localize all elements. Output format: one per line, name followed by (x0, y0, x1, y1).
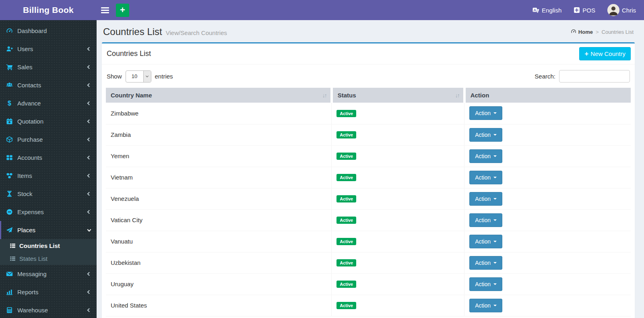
table-row: Vietnam Active Action (106, 167, 631, 188)
new-country-button[interactable]: + New Country (579, 47, 631, 60)
action-dropdown-button[interactable]: Action (469, 106, 502, 120)
table-row: Venezuela Active Action (106, 188, 631, 209)
caret-down-icon (493, 198, 497, 200)
sidebar-item-messaging[interactable]: Messaging (0, 265, 97, 283)
sidebar-item-accounts[interactable]: Accounts (0, 149, 97, 167)
sidebar-item-advance[interactable]: $ Advance (0, 94, 97, 112)
home-gauge-icon (571, 29, 576, 35)
sidebar-item-sales[interactable]: Sales (0, 58, 97, 76)
sidebar-item-reports[interactable]: Reports (0, 283, 97, 301)
sidebar-item-items[interactable]: Items (0, 167, 97, 185)
sidebar-item-dashboard[interactable]: Dashboard (0, 22, 97, 40)
caret-down-icon (493, 241, 497, 242)
action-dropdown-button[interactable]: Action (469, 171, 502, 184)
caret-down-icon (493, 177, 497, 178)
status-badge: Active (336, 153, 356, 160)
caret-down-icon (493, 262, 497, 264)
chevron-left-icon (87, 65, 91, 69)
search-input[interactable] (559, 70, 630, 83)
page-length-control: Show 10 entries (107, 70, 173, 83)
sidebar-item-warehouse[interactable]: Warehouse (0, 301, 97, 318)
sidebar: Dashboard Users Sales Contacts $ Advance… (0, 20, 97, 318)
action-dropdown-button[interactable]: Action (469, 256, 502, 270)
status-badge: Active (336, 131, 356, 138)
page-title: Countries List View/Search Countries (103, 26, 227, 37)
chevron-left-icon (87, 192, 91, 196)
svg-text:A: A (534, 8, 537, 12)
user-menu[interactable]: Chris (607, 4, 636, 16)
column-header-action: Action (464, 88, 631, 103)
status-badge: Active (336, 195, 356, 202)
chevron-left-icon (87, 47, 91, 51)
envelope-icon (6, 271, 13, 277)
panel-title: Countries List (107, 50, 151, 58)
hourglass-icon (6, 190, 13, 197)
sidebar-subitem-countries-list[interactable]: Countries List (0, 239, 97, 252)
status-badge: Active (336, 238, 356, 245)
places-submenu: Countries List States List (0, 239, 97, 265)
caret-down-icon (493, 219, 497, 221)
status-badge: Active (336, 174, 356, 181)
status-badge: Active (336, 110, 356, 117)
chevron-down-icon (87, 227, 91, 231)
status-badge: Active (336, 281, 356, 288)
column-header-status[interactable]: Status ↓↑ (332, 88, 464, 103)
action-dropdown-button[interactable]: Action (469, 235, 502, 248)
chevron-left-icon (87, 120, 91, 124)
hamburger-menu-icon[interactable] (101, 7, 109, 13)
country-name-cell: Vanuatu (106, 231, 332, 252)
countries-panel: Countries List + New Country Show 10 ent… (102, 42, 635, 318)
sidebar-item-users[interactable]: Users (0, 40, 97, 58)
breadcrumb-home-link[interactable]: Home (571, 29, 593, 35)
sidebar-item-quotation[interactable]: Quotation (0, 112, 97, 130)
country-name-cell: Vatican City (106, 209, 332, 231)
chevron-left-icon (87, 272, 91, 276)
language-menu[interactable]: A English (533, 7, 561, 14)
avatar (607, 4, 619, 16)
brand-logo[interactable]: Billing Book (0, 0, 97, 20)
country-name-cell: Vietnam (106, 167, 332, 188)
plus-square-icon (574, 7, 580, 13)
table-row: Uruguay Active Action (106, 273, 631, 295)
action-dropdown-button[interactable]: Action (469, 128, 502, 142)
column-header-country-name[interactable]: Country Name ↓↑ (106, 88, 332, 103)
breadcrumb: Home > Countries List (571, 29, 634, 35)
breadcrumb-current: Countries List (602, 29, 634, 35)
country-name-cell: Uzbekistan (106, 252, 332, 273)
pos-menu[interactable]: POS (574, 7, 595, 14)
grid-icon (6, 154, 13, 161)
country-name-cell: Venezuela (106, 188, 332, 209)
svg-text:$: $ (8, 100, 11, 107)
cubes-icon (6, 172, 13, 179)
table-row: United States Active Action (106, 295, 631, 316)
chevron-left-icon (87, 210, 91, 214)
sort-icon[interactable]: ↓↑ (322, 92, 326, 99)
action-dropdown-button[interactable]: Action (469, 277, 502, 291)
table-row: Uzbekistan Active Action (106, 252, 631, 273)
chevron-left-icon (87, 101, 91, 105)
sidebar-item-places[interactable]: Places (0, 221, 97, 239)
sidebar-item-purchase[interactable]: Purchase (0, 130, 97, 149)
action-dropdown-button[interactable]: Action (469, 149, 502, 163)
sidebar-item-expenses[interactable]: Expenses (0, 203, 97, 221)
table-row: Zambia Active Action (106, 124, 631, 145)
list-icon (10, 256, 16, 262)
sidebar-subitem-states-list[interactable]: States List (0, 252, 97, 265)
sort-icon[interactable]: ↓↑ (455, 92, 459, 99)
language-icon: A (533, 7, 539, 14)
dollar-icon: $ (6, 100, 13, 107)
caret-down-icon (493, 305, 497, 306)
user-plus-icon (6, 45, 13, 52)
main-content: Countries List View/Search Countries Hom… (97, 20, 644, 318)
action-dropdown-button[interactable]: Action (469, 213, 502, 227)
quick-add-button[interactable]: + (116, 4, 129, 17)
chevron-left-icon (87, 290, 91, 294)
action-dropdown-button[interactable]: Action (469, 192, 502, 206)
action-dropdown-button[interactable]: Action (469, 299, 502, 312)
search-control: Search: (535, 70, 630, 83)
sidebar-item-stock[interactable]: Stock (0, 185, 97, 203)
sidebar-item-contacts[interactable]: Contacts (0, 76, 97, 94)
country-name-cell: Zimbabwe (106, 103, 332, 124)
top-navbar: Billing Book + A English POS Chris (0, 0, 644, 20)
page-length-select[interactable]: 10 (126, 70, 151, 83)
